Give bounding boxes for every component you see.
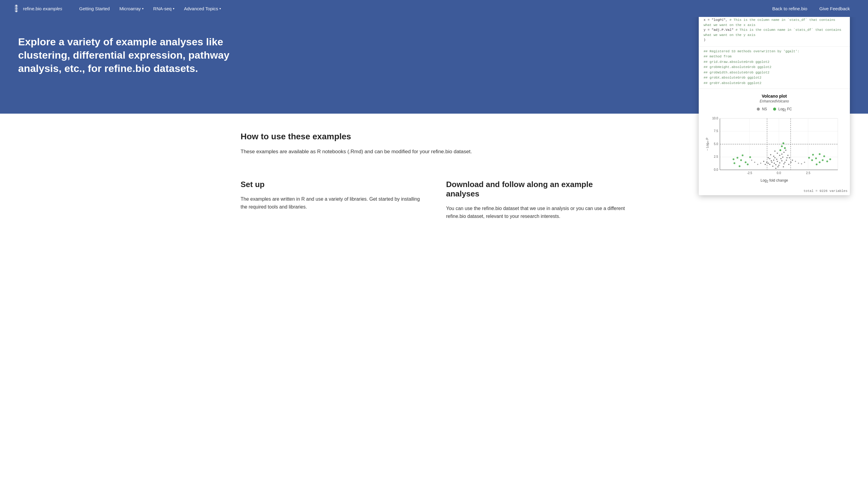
svg-point-29 <box>774 163 775 164</box>
svg-point-73 <box>795 161 796 162</box>
svg-point-83 <box>747 164 749 165</box>
svg-point-63 <box>787 155 789 156</box>
svg-point-79 <box>745 162 746 163</box>
microarray-chevron-icon: ▾ <box>142 7 144 10</box>
nav-back-refine-bio[interactable]: Back to refine.bio <box>766 0 813 17</box>
svg-point-45 <box>774 157 775 158</box>
volcano-subtitle: EnhancedVolcano <box>703 99 845 103</box>
nav-logo[interactable]: refine.bio examples <box>12 4 62 13</box>
svg-text:10.0: 10.0 <box>712 117 718 120</box>
nav-rna-seq[interactable]: RNA-seq ▾ <box>148 0 179 17</box>
svg-point-77 <box>804 162 805 163</box>
svg-point-74 <box>798 163 799 164</box>
setup-col: Set up The examples are written in R and… <box>241 180 422 220</box>
svg-text:0.0: 0.0 <box>777 171 781 175</box>
nav-give-feedback[interactable]: Give Feedback <box>813 0 856 17</box>
svg-text:− Log₁₀ P: − Log₁₀ P <box>706 138 709 150</box>
svg-point-66 <box>774 150 775 152</box>
svg-point-54 <box>769 158 770 159</box>
svg-point-31 <box>775 164 776 165</box>
svg-text:0.0: 0.0 <box>714 168 718 171</box>
svg-point-38 <box>773 159 774 161</box>
two-col-section: Set up The examples are written in R and… <box>241 168 627 238</box>
svg-point-89 <box>822 159 824 161</box>
setup-heading: Set up <box>241 180 422 189</box>
main-content: How to use these examples These examples… <box>222 114 646 238</box>
svg-text:2.5: 2.5 <box>806 171 810 175</box>
svg-point-75 <box>801 163 802 165</box>
svg-point-36 <box>784 163 785 165</box>
download-body: You can use the refine.bio dataset that … <box>446 204 627 220</box>
code-preview-block: x = "logFC", # This is the column name i… <box>699 14 850 47</box>
navbar: refine.bio examples Getting Started Micr… <box>0 0 868 17</box>
x-axis-label: Log2 fold change <box>703 178 845 183</box>
svg-point-35 <box>769 164 770 165</box>
svg-point-64 <box>763 161 764 162</box>
rnaseq-chevron-icon: ▾ <box>173 7 174 10</box>
svg-point-56 <box>773 156 774 157</box>
svg-point-57 <box>781 153 783 155</box>
ns-legend-label: NS <box>762 107 767 111</box>
svg-point-53 <box>783 166 784 167</box>
svg-point-84 <box>742 154 743 156</box>
svg-point-92 <box>812 154 814 156</box>
volcano-chart-svg: 10.0 7.5 5.0 2.5 0.0 -2.5 0.0 2.5 − Log₁… <box>703 116 845 176</box>
svg-point-61 <box>784 152 785 153</box>
svg-point-47 <box>777 166 778 167</box>
svg-point-68 <box>768 157 769 158</box>
ns-legend-dot <box>757 107 760 110</box>
volcano-card: x = "logFC", # This is the column name i… <box>699 14 850 195</box>
logfc-legend-dot <box>773 107 776 110</box>
svg-point-85 <box>811 159 813 161</box>
svg-point-99 <box>784 147 786 149</box>
setup-body: The examples are written in R and use a … <box>241 195 422 211</box>
svg-point-101 <box>783 142 784 144</box>
svg-point-43 <box>768 163 769 164</box>
svg-point-60 <box>777 153 778 154</box>
registered-block: ## Registered S3 methods overwritten by … <box>699 47 850 89</box>
svg-point-100 <box>779 149 781 151</box>
svg-point-93 <box>829 158 831 160</box>
svg-point-37 <box>778 165 779 166</box>
svg-point-96 <box>739 165 741 167</box>
svg-point-80 <box>737 157 738 159</box>
how-to-use-section: How to use these examples These examples… <box>241 114 627 168</box>
svg-point-76 <box>751 159 752 161</box>
volcano-plot-section: Volcano plot EnhancedVolcano NS Log2 FC <box>699 89 850 188</box>
volcano-legend: NS Log2 FC <box>703 107 845 112</box>
svg-point-59 <box>790 162 792 163</box>
svg-point-58 <box>765 164 766 165</box>
svg-point-30 <box>777 161 778 162</box>
svg-text:2.5: 2.5 <box>714 155 718 158</box>
how-to-use-body: These examples are available as R notebo… <box>241 147 513 156</box>
hero-text: Explore a variety of example analyses li… <box>18 29 230 75</box>
svg-point-98 <box>781 145 783 147</box>
svg-rect-1 <box>16 11 17 12</box>
svg-point-34 <box>781 160 783 162</box>
svg-point-51 <box>779 155 780 156</box>
download-col: Download and follow along an example ana… <box>446 180 627 220</box>
nav-advanced-topics[interactable]: Advanced Topics ▾ <box>179 0 226 17</box>
svg-point-65 <box>792 159 793 161</box>
svg-point-67 <box>785 150 786 151</box>
svg-point-70 <box>760 163 761 164</box>
nav-right: Back to refine.bio Give Feedback <box>766 0 856 17</box>
svg-point-95 <box>819 153 821 155</box>
svg-point-41 <box>771 160 772 162</box>
svg-point-32 <box>779 162 780 164</box>
nav-logo-text: refine.bio examples <box>23 6 62 11</box>
svg-point-71 <box>757 164 758 165</box>
svg-point-42 <box>784 162 786 163</box>
nav-getting-started[interactable]: Getting Started <box>74 0 115 17</box>
advanced-chevron-icon: ▾ <box>219 7 221 10</box>
hero-heading: Explore a variety of example analyses li… <box>18 35 230 75</box>
svg-point-90 <box>826 161 828 162</box>
svg-text:-2.5: -2.5 <box>747 171 752 175</box>
nav-microarray[interactable]: Microarray ▾ <box>115 0 148 17</box>
download-heading: Download and follow along an example ana… <box>446 180 627 199</box>
svg-point-40 <box>780 158 782 159</box>
svg-point-46 <box>782 156 784 158</box>
svg-point-33 <box>771 162 772 163</box>
svg-point-52 <box>775 168 776 169</box>
svg-point-48 <box>772 166 773 167</box>
